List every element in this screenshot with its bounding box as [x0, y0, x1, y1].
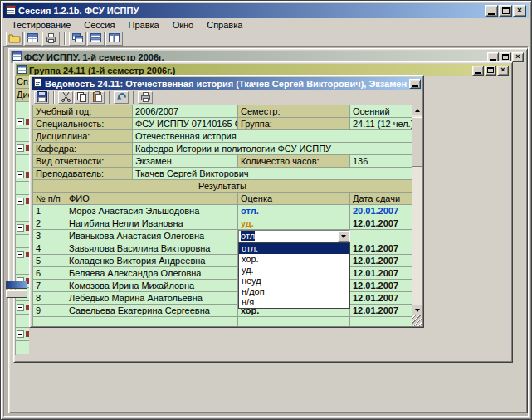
copy-button[interactable]: [74, 91, 89, 104]
gradesheet-titlebar[interactable]: Ведомость 24.11: Отечественная история (…: [32, 77, 422, 90]
report-button[interactable]: [24, 32, 41, 46]
minimized-window-fragment: [6, 281, 27, 289]
minimize-button[interactable]: [472, 66, 484, 76]
tree-expander-icon[interactable]: [17, 118, 24, 125]
form-value[interactable]: Ткачев Сергей Викторович: [133, 168, 412, 180]
scroll-up-button[interactable]: [412, 105, 422, 115]
semester-window-title: ФСУ ИСППУ, 1-й семестр 2006г.: [24, 52, 164, 62]
occluded-label-fragment: Сп: [16, 76, 29, 89]
cascade-windows-button[interactable]: [69, 32, 86, 46]
maximize-button[interactable]: [499, 5, 512, 17]
form-value[interactable]: Отечественная история: [133, 130, 412, 143]
restore-button[interactable]: [485, 66, 496, 76]
cut-button[interactable]: [58, 91, 73, 104]
student-name[interactable]: Нагибина Нелли Ивановна: [66, 217, 238, 230]
open-button[interactable]: [6, 32, 23, 46]
chevron-up-icon: [415, 106, 420, 112]
student-name[interactable]: Савельева Екатерина Сергеевна: [66, 305, 238, 317]
student-name[interactable]: Коладенко Виктория Андреевна: [66, 255, 238, 267]
menu-item-help[interactable]: Справка: [200, 19, 249, 31]
date-cell[interactable]: [350, 317, 412, 326]
menu-item-testing[interactable]: Тестирование: [5, 19, 77, 31]
app-titlebar[interactable]: Сессия 1.2.1b. ФСУ ИСППУ ×: [3, 3, 529, 18]
form-value[interactable]: Экзамен: [133, 155, 238, 168]
tile-vertical-icon: [108, 32, 120, 45]
date-cell[interactable]: [350, 230, 412, 242]
dropdown-option[interactable]: н/я: [239, 297, 349, 308]
date-cell[interactable]: 12.01.2007: [350, 280, 412, 292]
date-cell[interactable]: 12.01.2007: [350, 242, 412, 255]
app-icon: [6, 5, 16, 17]
grade-combobox-value[interactable]: отл: [239, 231, 338, 242]
form-value[interactable]: Осенний: [350, 105, 412, 118]
occluded-grid-row: [16, 328, 29, 341]
menu-item-window[interactable]: Окно: [166, 19, 201, 31]
date-cell[interactable]: 12.01.2007: [350, 255, 412, 267]
form-value[interactable]: 24.11 (12 чел.): [350, 118, 412, 130]
tile-vertical-button[interactable]: [105, 32, 123, 46]
date-cell[interactable]: 12.01.2007: [350, 305, 412, 317]
form-label: Учебный год:: [33, 105, 133, 118]
minimize-button[interactable]: [485, 5, 498, 17]
close-button[interactable]: ×: [512, 52, 524, 62]
occluded-grid-row: [16, 222, 29, 235]
menu-item-session[interactable]: Сессия: [77, 19, 121, 31]
dropdown-option[interactable]: уд.: [239, 265, 349, 276]
close-button[interactable]: ×: [497, 66, 509, 76]
date-cell[interactable]: 12.01.2007: [350, 267, 412, 280]
minimize-button[interactable]: [487, 52, 499, 62]
tree-expander-icon[interactable]: [17, 330, 24, 338]
scrollbar-thumb[interactable]: [412, 117, 422, 167]
combobox-dropdown-button[interactable]: [338, 231, 349, 242]
form-value[interactable]: 136: [350, 155, 412, 168]
form-label: Кафедра:: [33, 143, 133, 155]
dropdown-option[interactable]: отл.: [239, 243, 349, 254]
menu-item-edit[interactable]: Правка: [121, 19, 165, 31]
scroll-down-button[interactable]: [412, 305, 422, 315]
dropdown-option[interactable]: н/доп: [239, 286, 349, 297]
tree-expander-icon[interactable]: [17, 144, 24, 152]
resize-grip[interactable]: [412, 315, 422, 326]
grade-cell[interactable]: отл.: [238, 205, 350, 217]
date-cell[interactable]: 20.01.2007: [350, 205, 412, 217]
form-value[interactable]: 2006/2007: [133, 105, 238, 118]
tree-expander-icon[interactable]: [17, 304, 24, 311]
close-button[interactable]: ×: [513, 5, 526, 17]
student-name[interactable]: Мороз Анастасия Эльшодовна: [66, 205, 238, 217]
student-name[interactable]: Беляева Александра Олеговна: [66, 267, 238, 280]
grade-cell[interactable]: уд.: [238, 217, 350, 230]
form-label: Вид отчетности:: [33, 155, 133, 168]
row-num: 9: [33, 305, 66, 317]
tree-expander-icon[interactable]: [17, 171, 24, 178]
save-button[interactable]: [34, 91, 49, 104]
print-button[interactable]: [42, 32, 60, 46]
date-cell[interactable]: 12.01.2007: [350, 217, 412, 230]
occluded-grid-row: [16, 195, 29, 208]
grade-combobox[interactable]: отл: [238, 230, 350, 242]
vertical-scrollbar[interactable]: [412, 105, 422, 315]
student-name[interactable]: Комозова Ирина Михайловна: [66, 280, 238, 292]
form-value[interactable]: Кафедра Истории и политологии ФСУ ИСППУ: [133, 143, 412, 155]
restore-button[interactable]: [500, 52, 511, 62]
print-button[interactable]: [138, 91, 153, 104]
dropdown-option[interactable]: неуд: [239, 276, 349, 286]
dropdown-option[interactable]: хор.: [239, 254, 349, 265]
tree-expander-icon[interactable]: [17, 251, 24, 258]
student-name[interactable]: [66, 317, 238, 326]
student-name[interactable]: Иванькова Анастасия Олеговна: [66, 230, 238, 242]
student-name[interactable]: Лебедько Марина Анатольевна: [66, 292, 238, 305]
tree-expander-icon[interactable]: [17, 224, 24, 232]
minimize-button[interactable]: [409, 79, 421, 89]
undo-button[interactable]: [114, 91, 129, 104]
occluded-grid-row: [16, 261, 29, 275]
grade-cell[interactable]: [238, 317, 350, 326]
scissors-icon: [61, 91, 71, 104]
date-cell[interactable]: 12.01.2007: [350, 292, 412, 305]
tree-expander-icon[interactable]: [17, 198, 24, 205]
grid-window-icon: [17, 65, 27, 76]
paste-button[interactable]: [90, 91, 105, 104]
form-value[interactable]: ФСУ ИСППУ 07140165 СКД: [133, 118, 238, 130]
student-name[interactable]: Завьялова Василина Викторовна: [66, 242, 238, 255]
toolbar-separator: [133, 91, 134, 104]
tile-horizontal-button[interactable]: [87, 32, 105, 46]
